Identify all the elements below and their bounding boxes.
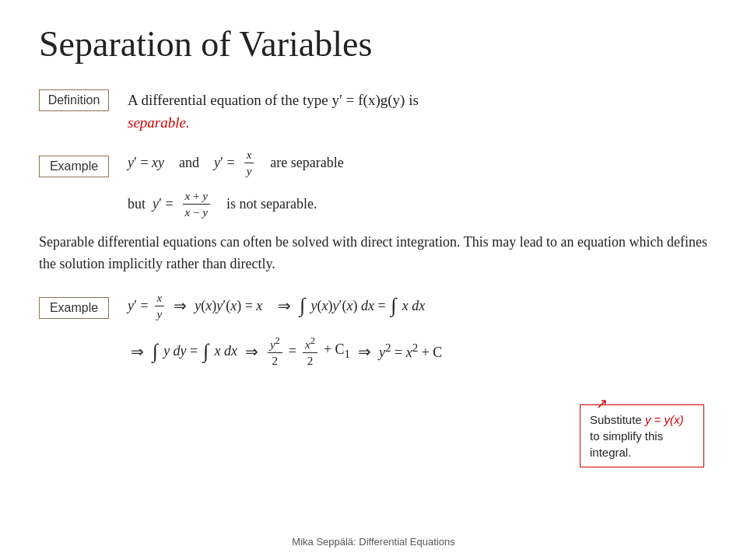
example2-section: Example y′ = x y ⇒ y(x)y′(x) = x ⇒ ∫ y(x…	[39, 291, 708, 368]
footnote: Mika Seppälä: Differential Equations	[0, 536, 747, 548]
example1-math: y′ = xy and y′ = x y are separable but y…	[128, 148, 344, 219]
callout-text-part2: to simplify this integral.	[590, 429, 663, 459]
callout-text-red: y = y(x)	[645, 413, 684, 426]
example1-label: Example	[39, 156, 109, 177]
math-line-1: y′ = xy and y′ = x y are separable	[128, 148, 344, 178]
callout-text-part1: Substitute	[590, 413, 645, 426]
example1-row: Example y′ = xy and y′ = x y are separab…	[39, 148, 708, 219]
description-text: Separable differential equations can oft…	[39, 232, 708, 275]
example2-math: y′ = x y ⇒ y(x)y′(x) = x ⇒ ∫ y(x)y′(x) d…	[128, 291, 442, 368]
callout-box: Substitute y = y(x) to simplify this int…	[580, 404, 704, 467]
definition-label: Definition	[39, 89, 109, 111]
math-row-e2-1: y′ = x y ⇒ y(x)y′(x) = x ⇒ ∫ y(x)y′(x) d…	[128, 291, 442, 321]
math-row-e2-2: ⇒ ∫ y dy = ∫ x dx ⇒ y2 2 = x2 2 + C1 ⇒ y…	[128, 335, 442, 368]
slide: Separation of Variables Definition A dif…	[0, 0, 747, 560]
definition-text-part1: A differential equation of the type y′ =…	[128, 92, 419, 108]
definition-highlight: separable.	[128, 114, 190, 131]
math-line-2: but y′ = x + y x − y is not separable.	[128, 189, 344, 219]
definition-text: A differential equation of the type y′ =…	[128, 88, 419, 134]
callout-arrow-icon: ↗	[596, 394, 608, 414]
example2-label: Example	[39, 297, 109, 319]
definition-row: Definition A differential equation of th…	[39, 88, 708, 134]
slide-title: Separation of Variables	[39, 23, 708, 65]
